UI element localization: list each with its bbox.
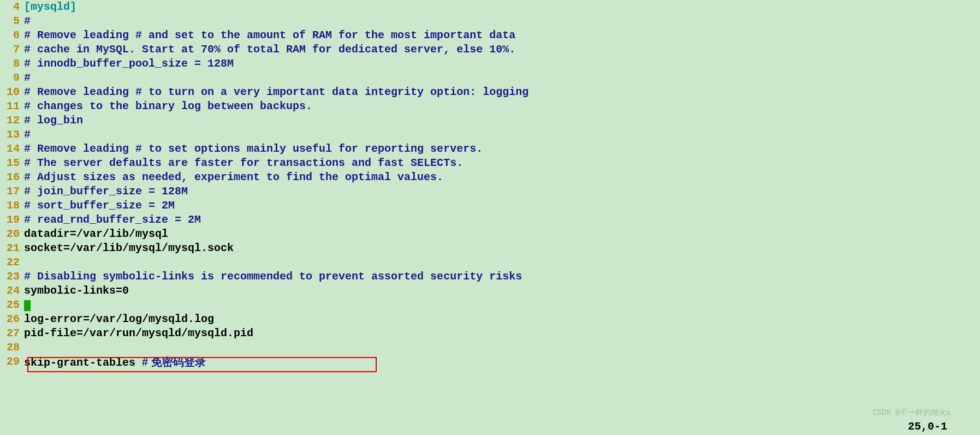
- watermark-text: CSDN @不一样的烟火a: [872, 406, 951, 420]
- line-number: 18: [0, 199, 24, 213]
- line-number: 7: [0, 43, 24, 57]
- code-line[interactable]: 25: [0, 298, 980, 312]
- cursor-icon: [24, 300, 31, 311]
- line-number: 23: [0, 270, 24, 284]
- code-line[interactable]: 21socket=/var/lib/mysql/mysql.sock: [0, 241, 980, 255]
- code-line[interactable]: 28: [0, 341, 980, 355]
- code-line[interactable]: 5#: [0, 14, 980, 28]
- line-content: # read_rnd_buffer_size = 2M: [24, 213, 980, 227]
- line-content: #: [24, 14, 980, 28]
- line-content: # Remove leading # to set options mainly…: [24, 142, 980, 156]
- line-content: #: [24, 71, 980, 85]
- line-number: 21: [0, 241, 24, 255]
- line-content: log-error=/var/log/mysqld.log: [24, 312, 214, 326]
- code-line[interactable]: 18# sort_buffer_size = 2M: [0, 199, 980, 213]
- line-number: 16: [0, 170, 24, 184]
- line-number: 25: [0, 298, 24, 312]
- line-number: 6: [0, 28, 24, 43]
- line-number: 17: [0, 184, 24, 199]
- code-line[interactable]: 7# cache in MySQL. Start at 70% of total…: [0, 43, 980, 57]
- code-line[interactable]: 6# Remove leading # and set to the amoun…: [0, 28, 980, 43]
- line-content: # cache in MySQL. Start at 70% of total …: [24, 43, 980, 57]
- line-content: socket=/var/lib/mysql/mysql.sock: [24, 241, 234, 255]
- code-line[interactable]: 14# Remove leading # to set options main…: [0, 142, 980, 156]
- line-content: pid-file=/var/run/mysqld/mysqld.pid: [24, 326, 253, 341]
- code-line[interactable]: 4[mysqld]: [0, 0, 980, 14]
- line-content: datadir=/var/lib/mysql: [24, 227, 168, 241]
- code-line[interactable]: 29skip-grant-tables # 免密码登录: [0, 355, 980, 370]
- line-comment: # 免密码登录: [142, 356, 206, 368]
- line-number: 14: [0, 142, 24, 156]
- line-number: 15: [0, 156, 24, 170]
- line-number: 4: [0, 0, 24, 14]
- code-line[interactable]: 8# innodb_buffer_pool_size = 128M: [0, 57, 980, 71]
- code-line[interactable]: 26log-error=/var/log/mysqld.log: [0, 312, 980, 326]
- line-content: # Adjust sizes as needed, experiment to …: [24, 170, 980, 184]
- code-editor[interactable]: 4[mysqld]5#6# Remove leading # and set t…: [0, 0, 980, 370]
- code-line[interactable]: 12# log_bin: [0, 114, 980, 128]
- line-content: # join_buffer_size = 128M: [24, 184, 980, 199]
- line-content: #: [24, 128, 980, 142]
- line-number: 8: [0, 57, 24, 71]
- line-number: 13: [0, 128, 24, 142]
- line-number: 10: [0, 85, 24, 99]
- line-number: 22: [0, 255, 24, 270]
- line-number: 27: [0, 326, 24, 341]
- line-content: # changes to the binary log between back…: [24, 99, 980, 114]
- code-line[interactable]: 10# Remove leading # to turn on a very i…: [0, 85, 980, 99]
- line-content: [mysqld]: [24, 0, 76, 14]
- code-line[interactable]: 24symbolic-links=0: [0, 284, 980, 298]
- line-content: # The server defaults are faster for tra…: [24, 156, 980, 170]
- line-number: 19: [0, 213, 24, 227]
- code-line[interactable]: 20datadir=/var/lib/mysql: [0, 227, 980, 241]
- code-line[interactable]: 19# read_rnd_buffer_size = 2M: [0, 213, 980, 227]
- vim-status-position: 25,0-1: [908, 420, 947, 434]
- line-number: 29: [0, 355, 24, 369]
- line-number: 11: [0, 99, 24, 114]
- line-number: 12: [0, 114, 24, 128]
- line-content: # sort_buffer_size = 2M: [24, 199, 980, 213]
- code-line[interactable]: 23# Disabling symbolic-links is recommen…: [0, 270, 980, 284]
- line-number: 28: [0, 341, 24, 355]
- code-line[interactable]: 9#: [0, 71, 980, 85]
- line-content: # Remove leading # and set to the amount…: [24, 28, 980, 43]
- code-line[interactable]: 11# changes to the binary log between ba…: [0, 99, 980, 114]
- code-line[interactable]: 13#: [0, 128, 980, 142]
- line-content: # log_bin: [24, 114, 980, 128]
- line-content: # Remove leading # to turn on a very imp…: [24, 85, 980, 99]
- code-line[interactable]: 27pid-file=/var/run/mysqld/mysqld.pid: [0, 326, 980, 341]
- line-number: 9: [0, 71, 24, 85]
- code-line[interactable]: 17# join_buffer_size = 128M: [0, 184, 980, 199]
- line-content: symbolic-links=0: [24, 284, 129, 298]
- code-line[interactable]: 15# The server defaults are faster for t…: [0, 156, 980, 170]
- code-line[interactable]: 16# Adjust sizes as needed, experiment t…: [0, 170, 980, 184]
- line-number: 20: [0, 227, 24, 241]
- line-content: [24, 298, 31, 312]
- line-content: # Disabling symbolic-links is recommende…: [24, 270, 980, 284]
- line-number: 5: [0, 14, 24, 28]
- code-line[interactable]: 22: [0, 255, 980, 270]
- line-number: 24: [0, 284, 24, 298]
- line-number: 26: [0, 312, 24, 326]
- line-content: # innodb_buffer_pool_size = 128M: [24, 57, 980, 71]
- line-content: skip-grant-tables # 免密码登录: [24, 355, 206, 370]
